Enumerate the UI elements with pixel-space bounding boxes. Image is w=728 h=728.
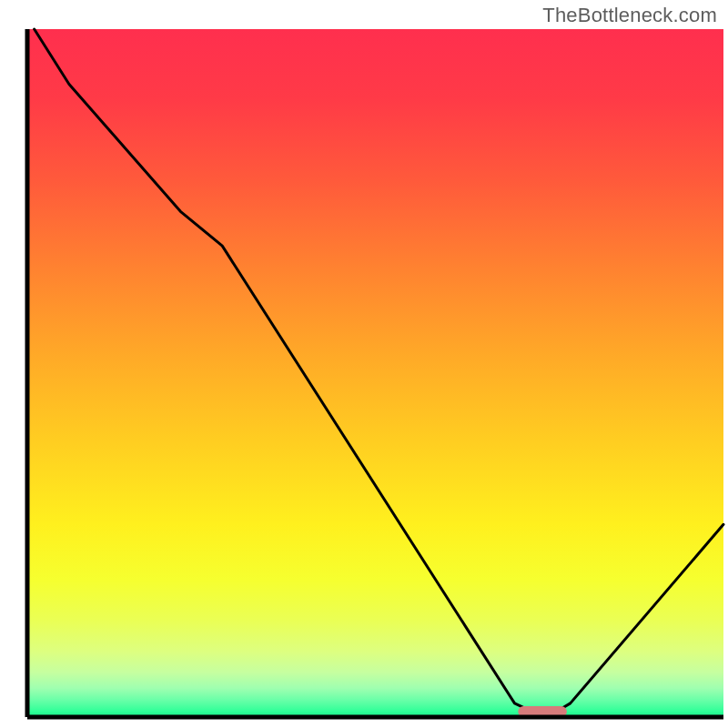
chart-container: { "watermark": "TheBottleneck.com", "cha…: [0, 0, 728, 728]
gradient-background: [27, 29, 723, 717]
bottleneck-chart: [0, 0, 728, 728]
